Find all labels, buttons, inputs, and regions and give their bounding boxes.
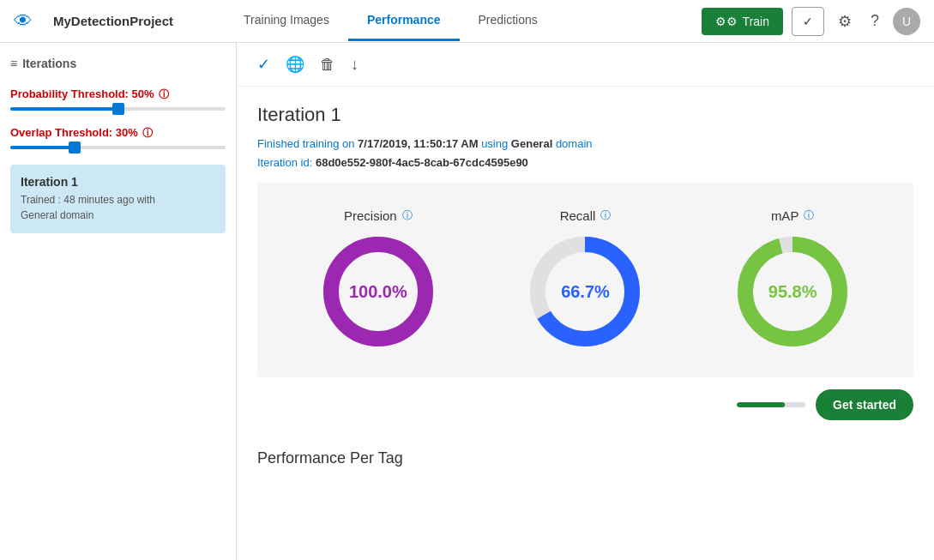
iteration-title: Iteration 1 — [257, 104, 913, 126]
train-button[interactable]: ⚙⚙ Train — [702, 8, 783, 35]
probability-threshold-section: Probability Threshold: 50% ⓘ — [10, 87, 226, 112]
globe-icon[interactable]: 🌐 — [286, 55, 304, 74]
content-area: ✓ 🌐 🗑 ↓ Iteration 1 Finished training on… — [237, 43, 934, 560]
progress-bar-fill — [737, 402, 785, 407]
recall-card: Recall ⓘ 66.7% — [525, 208, 645, 352]
tab-performance[interactable]: Performance — [348, 1, 460, 41]
download-icon[interactable]: ↓ — [351, 56, 359, 74]
map-label: mAP ⓘ — [771, 208, 815, 223]
probability-info-icon[interactable]: ⓘ — [159, 88, 169, 100]
precision-donut: 100.0% — [318, 232, 438, 352]
probability-slider[interactable] — [10, 107, 226, 111]
metrics-panel: Precision ⓘ 100.0% Recall — [257, 183, 913, 377]
overlap-info-icon[interactable]: ⓘ — [142, 127, 153, 139]
trash-icon[interactable]: 🗑 — [320, 56, 335, 74]
overlap-threshold-section: Overlap Threshold: 30% ⓘ — [10, 126, 226, 151]
tab-training-images[interactable]: Training Images — [225, 1, 348, 41]
overlap-threshold-label: Overlap Threshold: 30% ⓘ — [10, 126, 226, 141]
settings-button[interactable]: ⚙ — [833, 7, 857, 36]
map-donut: 95.8% — [732, 232, 853, 352]
precision-info-icon[interactable]: ⓘ — [402, 208, 413, 223]
precision-label: Precision ⓘ — [344, 208, 413, 223]
iteration-item-title: Iteration 1 — [21, 175, 215, 189]
precision-value: 100.0% — [349, 282, 407, 302]
map-card: mAP ⓘ 95.8% — [732, 208, 853, 352]
performance-per-tag-title: Performance Per Tag — [237, 432, 934, 467]
recall-donut: 66.7% — [525, 232, 645, 352]
main-layout: ≡ Iterations Probability Threshold: 50% … — [0, 43, 934, 560]
logo-icon: 👁 — [14, 10, 33, 33]
header: 👁 MyDetectionProject Training Images Per… — [0, 0, 934, 43]
publish-button[interactable]: ✓ — [792, 7, 824, 36]
iteration-header: Iteration 1 Finished training on 7/17/20… — [237, 87, 934, 183]
map-value: 95.8% — [768, 282, 817, 302]
precision-card: Precision ⓘ 100.0% — [318, 208, 438, 352]
toolbar: ✓ 🌐 🗑 ↓ — [237, 43, 934, 87]
avatar[interactable]: U — [893, 8, 920, 35]
check-icon[interactable]: ✓ — [257, 55, 270, 74]
sidebar: ≡ Iterations Probability Threshold: 50% … — [0, 43, 237, 560]
nav-tabs: Training Images Performance Predictions — [225, 1, 557, 41]
layers-icon: ≡ — [10, 57, 17, 70]
iteration-list-item[interactable]: Iteration 1 Trained : 48 minutes ago wit… — [10, 165, 226, 233]
gear-icon: ⚙⚙ — [715, 15, 738, 28]
sidebar-title: ≡ Iterations — [10, 57, 226, 70]
iteration-meta: Finished training on 7/17/2019, 11:50:17… — [257, 135, 913, 172]
get-started-button[interactable]: Get started — [816, 389, 913, 420]
map-info-icon[interactable]: ⓘ — [804, 208, 814, 223]
recall-value: 66.7% — [561, 282, 610, 302]
tab-predictions[interactable]: Predictions — [460, 1, 557, 41]
probability-threshold-label: Probability Threshold: 50% ⓘ — [10, 87, 226, 102]
header-actions: ⚙⚙ Train ✓ ⚙ ? U — [702, 7, 920, 36]
content-inner: ✓ 🌐 🗑 ↓ Iteration 1 Finished training on… — [237, 43, 934, 467]
help-button[interactable]: ? — [865, 7, 884, 35]
recall-info-icon[interactable]: ⓘ — [600, 208, 611, 223]
project-name: MyDetectionProject — [53, 14, 173, 28]
overlap-slider[interactable] — [10, 146, 226, 149]
iteration-item-desc: Trained : 48 minutes ago with General do… — [21, 192, 215, 223]
recall-label: Recall ⓘ — [560, 208, 612, 223]
progress-bar — [737, 402, 805, 407]
get-started-bar: Get started — [237, 377, 934, 432]
